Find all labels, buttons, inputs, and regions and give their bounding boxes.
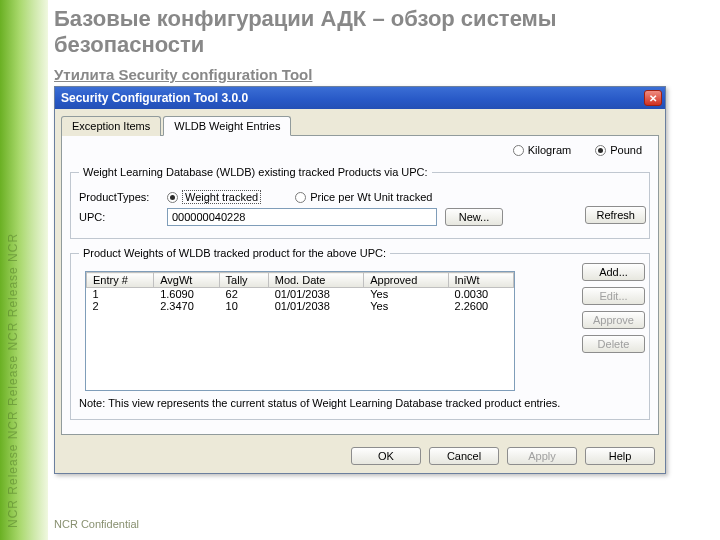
slide-title-line2: безопасности bbox=[54, 32, 204, 57]
tab-strip: Exception Items WLDB Weight Entries bbox=[61, 115, 659, 135]
table-row[interactable]: 1 1.6090 62 01/01/2038 Yes 0.0030 bbox=[87, 288, 514, 301]
group2-legend: Product Weights of WLDB tracked product … bbox=[79, 247, 390, 259]
window-title: Security Configuration Tool 3.0.0 bbox=[61, 91, 248, 105]
col-avgwt[interactable]: AvgWt bbox=[154, 273, 219, 288]
approve-button[interactable]: Approve bbox=[582, 311, 645, 329]
titlebar[interactable]: Security Configuration Tool 3.0.0 ✕ bbox=[55, 87, 665, 109]
group-product-weights: Product Weights of WLDB tracked product … bbox=[70, 247, 650, 420]
unit-selector: Kilogram Pound bbox=[70, 142, 650, 162]
upc-input[interactable] bbox=[167, 208, 437, 226]
slide-footer: NCR Confidential bbox=[54, 518, 139, 530]
upc-label: UPC: bbox=[79, 211, 159, 223]
delete-button[interactable]: Delete bbox=[582, 335, 645, 353]
group-existing-products: Weight Learning Database (WLDB) existing… bbox=[70, 166, 650, 239]
radio-kilogram[interactable]: Kilogram bbox=[513, 144, 571, 156]
slide-title-line1: Базовые конфигурации АДК – обзор системы bbox=[54, 6, 557, 31]
sidebar-watermark: NCR Release NCR Release NCR Release NCR bbox=[6, 8, 20, 528]
slide-title: Базовые конфигурации АДК – обзор системы… bbox=[54, 6, 557, 58]
radio-price-per-wt[interactable]: Price per Wt Unit tracked bbox=[295, 191, 432, 203]
radio-pound[interactable]: Pound bbox=[595, 144, 642, 156]
table-row[interactable]: 2 2.3470 10 01/01/2038 Yes 2.2600 bbox=[87, 300, 514, 312]
group2-note: Note: This view represents the current s… bbox=[79, 397, 641, 409]
refresh-button[interactable]: Refresh bbox=[585, 206, 646, 224]
radio-weight-tracked[interactable]: Weight tracked bbox=[167, 190, 261, 204]
ok-button[interactable]: OK bbox=[351, 447, 421, 465]
product-types-label: ProductTypes: bbox=[79, 191, 159, 203]
add-button[interactable]: Add... bbox=[582, 263, 645, 281]
config-window: Security Configuration Tool 3.0.0 ✕ Exce… bbox=[54, 86, 666, 474]
weights-table-wrap[interactable]: Entry # AvgWt Tally Mod. Date Approved I… bbox=[85, 271, 515, 391]
slide-subtitle: Утилита Security configuration Tool bbox=[54, 66, 312, 83]
new-button[interactable]: New... bbox=[445, 208, 503, 226]
tab-wldb-weight-entries[interactable]: WLDB Weight Entries bbox=[163, 116, 291, 136]
tab-exception-items[interactable]: Exception Items bbox=[61, 116, 161, 136]
dialog-footer: OK Cancel Apply Help bbox=[55, 441, 665, 473]
weights-table: Entry # AvgWt Tally Mod. Date Approved I… bbox=[86, 272, 514, 312]
group1-legend: Weight Learning Database (WLDB) existing… bbox=[79, 166, 432, 178]
col-tally[interactable]: Tally bbox=[219, 273, 268, 288]
col-approved[interactable]: Approved bbox=[364, 273, 448, 288]
col-entry[interactable]: Entry # bbox=[87, 273, 154, 288]
col-moddate[interactable]: Mod. Date bbox=[268, 273, 363, 288]
slide-sidebar: NCR Release NCR Release NCR Release NCR bbox=[0, 0, 48, 540]
table-side-buttons: Add... Edit... Approve Delete bbox=[582, 263, 645, 353]
apply-button[interactable]: Apply bbox=[507, 447, 577, 465]
close-icon[interactable]: ✕ bbox=[644, 90, 662, 106]
cancel-button[interactable]: Cancel bbox=[429, 447, 499, 465]
col-iniwt[interactable]: IniWt bbox=[448, 273, 513, 288]
edit-button[interactable]: Edit... bbox=[582, 287, 645, 305]
help-button[interactable]: Help bbox=[585, 447, 655, 465]
tab-body: Kilogram Pound Weight Learning Database … bbox=[61, 135, 659, 435]
